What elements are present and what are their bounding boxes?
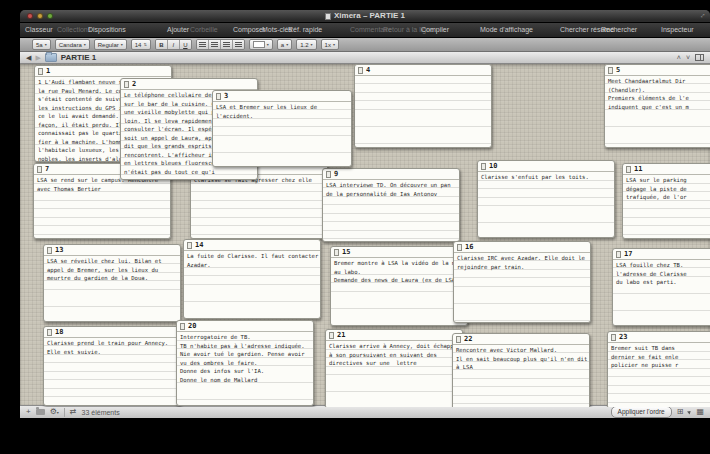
card-synopsis[interactable]: Bremer montre à LSA la vidéo de la nuit …	[331, 258, 467, 325]
card-header: 20	[177, 321, 313, 332]
card-synopsis[interactable]	[355, 76, 491, 147]
card-synopsis[interactable]: La fuite de Clarisse. Il faut contacter …	[184, 251, 320, 318]
navigation-bar-right: ˄ ˅	[677, 54, 704, 61]
index-card[interactable]: 4	[354, 64, 492, 148]
forward-button[interactable]: ▶	[35, 54, 40, 61]
align-right-button[interactable]	[221, 40, 233, 49]
card-header: 10	[478, 161, 614, 172]
card-number: 20	[188, 323, 196, 330]
toolbar-item[interactable]: Ajouter	[167, 26, 189, 33]
card-number: 7	[45, 166, 49, 173]
card-synopsis[interactable]: Interrogatoire de TB. TB n'habite pas à …	[177, 332, 313, 405]
title-bar[interactable]: Ximera – PARTIE 1 ↕	[20, 10, 710, 23]
previous-document-button[interactable]: ˄	[677, 54, 681, 61]
index-card[interactable]: 22Rencontre avec Victor Mallard. Il en s…	[452, 333, 590, 407]
document-icon	[37, 166, 42, 173]
index-card[interactable]: 3LSA et Bremer sur les lieux de l'accide…	[212, 90, 352, 167]
index-card[interactable]: 15Bremer montre à LSA la vidéo de la nui…	[330, 246, 468, 326]
zoom-button[interactable]	[47, 13, 53, 19]
card-header: 3	[213, 91, 351, 102]
card-synopsis[interactable]: Rencontre avec Victor Mallard. Il en sai…	[453, 345, 589, 407]
index-card[interactable]: 5Meet Chandaartalmut Dir (Chandler). Pre…	[604, 64, 710, 148]
swap-arrows-icon[interactable]: ⇄	[70, 408, 77, 416]
freeform-mode-icon[interactable]	[688, 410, 693, 415]
minimize-button[interactable]	[37, 13, 43, 19]
index-card[interactable]: 16Clarisse IRC avec Azadar. Elle doit le…	[453, 241, 591, 323]
highlight-dropdown[interactable]: a▾	[277, 39, 292, 50]
line-spacing-dropdown[interactable]: 1.2▾	[296, 39, 316, 50]
index-card[interactable]: 21Clarisse arrive à Annecy, doit échappe…	[325, 329, 463, 407]
card-number: 17	[624, 251, 632, 258]
document-icon	[47, 329, 52, 336]
text-color-well[interactable]: ▾	[249, 39, 273, 50]
close-button[interactable]	[27, 13, 33, 19]
index-card[interactable]: 10Clarisse s'enfuit par les toits.	[477, 160, 615, 238]
next-document-button[interactable]: ˅	[686, 54, 690, 61]
card-synopsis[interactable]: Clarisse prend le train pour Annecy. Ell…	[44, 338, 180, 405]
card-synopsis[interactable]: LSA se rend sur le campus. Rencontre ave…	[34, 175, 170, 238]
index-card[interactable]: 18Clarisse prend le train pour Annecy. E…	[43, 326, 181, 406]
chevron-down-icon: ▾	[333, 43, 335, 47]
document-proxy-icon	[325, 13, 331, 20]
index-card[interactable]: 9LSA interviewe TD. On découvre un pan d…	[322, 168, 460, 242]
index-card[interactable]: 20Interrogatoire de TB. TB n'habite pas …	[176, 320, 314, 406]
toolbar-item[interactable]: Mode d'affichage	[480, 26, 533, 33]
card-synopsis[interactable]: LSA fouille chez TB. l'adresse de Claris…	[613, 260, 710, 325]
align-left-button[interactable]	[197, 40, 209, 49]
navigation-bar: ◀ ▶ PARTIE 1 ˄ ˅	[20, 52, 710, 64]
font-dropdown[interactable]: Candara▾	[55, 39, 90, 50]
split-view-icon[interactable]	[695, 54, 704, 61]
window-title-text: Ximera – PARTIE 1	[334, 12, 405, 20]
card-synopsis[interactable]: LSA interviewe TD. On découvre un pan de…	[323, 180, 459, 241]
toolbar-item[interactable]: Composer	[233, 26, 265, 33]
card-synopsis[interactable]: LSA se réveille chez lui. Bilan et appel…	[44, 256, 180, 321]
card-synopsis[interactable]: Clarisse IRC avec Azadar. Elle doit le r…	[454, 253, 590, 322]
font-style-dropdown[interactable]: Regular▾	[94, 39, 127, 50]
card-synopsis[interactable]: LSA et Bremer sur les lieux de l'acciden…	[213, 102, 351, 166]
align-center-button[interactable]	[209, 40, 221, 49]
card-synopsis[interactable]: LSA sur le parking dégage la piste de tr…	[623, 175, 710, 238]
underline-button[interactable]: U	[180, 40, 191, 49]
document-icon	[38, 68, 43, 75]
align-justify-button[interactable]	[233, 40, 244, 49]
grid-mode-icon[interactable]: ⊞	[677, 408, 684, 416]
toolbar-item[interactable]: Rechercher	[601, 26, 637, 33]
index-card[interactable]: 11LSA sur le parking dégage la piste de …	[622, 163, 710, 239]
card-synopsis[interactable]: Clarisse s'enfuit par les toits.	[478, 172, 614, 237]
preset-dropdown[interactable]: 5a▾	[32, 39, 51, 50]
italic-button[interactable]: I	[168, 40, 180, 49]
toolbar-item[interactable]: Classeur	[25, 26, 53, 33]
align-justify-icon	[235, 42, 242, 47]
card-synopsis[interactable]: Meet Chandaartalmut Dir (Chandler). Prem…	[605, 76, 710, 147]
add-folder-button[interactable]	[36, 409, 45, 415]
index-card[interactable]: 17LSA fouille chez TB. l'adresse de Clar…	[612, 248, 710, 326]
index-card[interactable]: 23Bremer suit TB dans dernier se fait en…	[607, 331, 710, 407]
toolbar-item[interactable]: Réf. rapide	[288, 26, 322, 33]
back-button[interactable]: ◀	[26, 54, 31, 61]
bold-button[interactable]: B	[156, 40, 168, 49]
card-number: 4	[366, 67, 370, 74]
document-icon	[124, 81, 129, 88]
font-size-stepper[interactable]: 14⇅	[131, 39, 151, 50]
index-card[interactable]: 14La fuite de Clarisse. Il faut contacte…	[183, 239, 321, 319]
corkboard[interactable]: 11 L'Audi flambant neuve s'a la rue Paul…	[20, 64, 710, 407]
toolbar-item[interactable]: Inspecteur	[661, 26, 694, 33]
toolbar-item: Collections	[57, 26, 91, 33]
toolbar-item[interactable]: Dispositions	[88, 26, 126, 33]
desktop: { "window": { "title": "Ximera – PARTIE …	[0, 0, 710, 454]
card-number: 11	[634, 166, 642, 173]
zoom-scale-dropdown[interactable]: 1x▾	[321, 39, 339, 50]
card-synopsis[interactable]: Clarisse arrive à Annecy, doit échapper …	[326, 341, 462, 407]
card-synopsis[interactable]: Bremer suit TB dans dernier se fait enle…	[608, 343, 710, 407]
add-card-button[interactable]: +	[26, 408, 31, 416]
card-header: 23	[608, 332, 710, 343]
document-icon	[187, 242, 192, 249]
action-menu-button[interactable]: ⚙▾	[50, 408, 59, 416]
apply-order-button[interactable]: Appliquer l'ordre	[611, 406, 672, 418]
card-synopsis[interactable]: Clarisse se fait agresser chez elle	[191, 175, 327, 238]
bold-italic-underline-group: B I U	[155, 39, 192, 50]
toolbar-item[interactable]: Compiler	[421, 26, 449, 33]
index-card[interactable]: 13LSA se réveille chez lui. Bilan et app…	[43, 244, 181, 322]
fullscreen-icon[interactable]: ↕	[698, 11, 707, 20]
corkboard-options-icon[interactable]: ▦	[696, 408, 704, 416]
